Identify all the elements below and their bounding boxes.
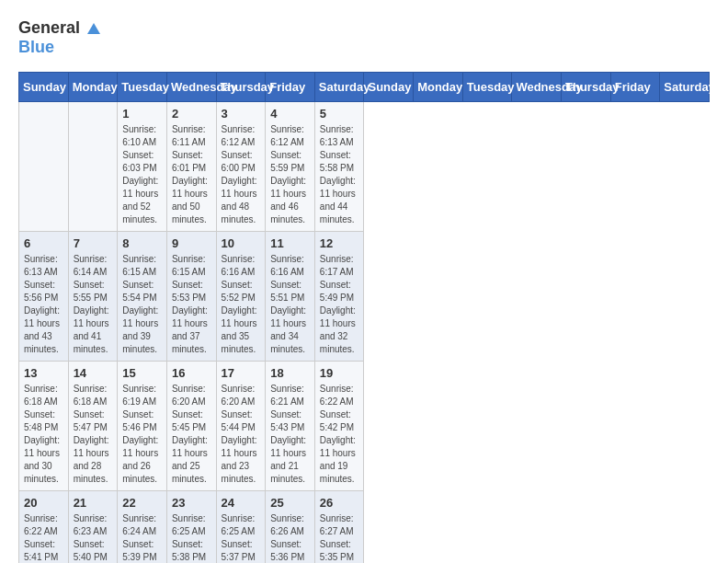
- calendar-cell: [19, 102, 69, 232]
- week-row-3: 13Sunrise: 6:18 AMSunset: 5:48 PMDayligh…: [19, 362, 710, 491]
- calendar-cell: 19Sunrise: 6:22 AMSunset: 5:42 PMDayligh…: [314, 362, 364, 491]
- day-number: 20: [24, 496, 63, 510]
- calendar-cell: 14Sunrise: 6:18 AMSunset: 5:47 PMDayligh…: [68, 362, 118, 491]
- day-number: 17: [222, 366, 261, 380]
- calendar-cell: 9Sunrise: 6:15 AMSunset: 5:53 PMDaylight…: [166, 232, 216, 362]
- cell-text: Sunrise: 6:21 AM: [270, 383, 310, 408]
- header-tuesday: Tuesday: [462, 73, 512, 102]
- cell-text: Sunrise: 6:25 AM: [222, 512, 261, 538]
- cell-text: Daylight: 11 hours and 41 minutes.: [74, 304, 113, 356]
- cell-text: Sunset: 5:35 PM: [320, 538, 359, 563]
- header-friday: Friday: [610, 73, 660, 102]
- calendar-cell: 6Sunrise: 6:13 AMSunset: 5:56 PMDaylight…: [19, 232, 69, 362]
- calendar-cell: 17Sunrise: 6:20 AMSunset: 5:44 PMDayligh…: [216, 362, 266, 491]
- cell-text: Daylight: 11 hours and 39 minutes.: [122, 304, 162, 356]
- calendar-cell: 26Sunrise: 6:27 AMSunset: 5:35 PMDayligh…: [314, 491, 364, 564]
- calendar-header-row: SundayMondayTuesdayWednesdayThursdayFrid…: [19, 73, 710, 102]
- day-number: 23: [172, 496, 211, 510]
- day-number: 18: [270, 366, 310, 380]
- day-number: 8: [122, 236, 162, 250]
- logo-general: General: [18, 18, 80, 37]
- cell-text: Sunset: 5:38 PM: [172, 538, 211, 563]
- cell-text: Daylight: 11 hours and 37 minutes.: [172, 304, 211, 356]
- cell-text: Sunrise: 6:12 AM: [270, 123, 310, 149]
- calendar-cell: 23Sunrise: 6:25 AMSunset: 5:38 PMDayligh…: [166, 491, 216, 564]
- cell-text: Sunrise: 6:13 AM: [24, 253, 63, 279]
- week-row-1: 1Sunrise: 6:10 AMSunset: 6:03 PMDaylight…: [19, 102, 710, 232]
- week-row-2: 6Sunrise: 6:13 AMSunset: 5:56 PMDaylight…: [19, 232, 710, 362]
- cell-text: Sunrise: 6:23 AM: [74, 512, 113, 538]
- header-monday: Monday: [68, 73, 118, 102]
- cell-text: Daylight: 11 hours and 48 minutes.: [222, 175, 261, 226]
- cell-text: Sunrise: 6:14 AM: [74, 253, 113, 279]
- cell-text: Sunrise: 6:24 AM: [122, 512, 162, 538]
- cell-text: Sunset: 5:54 PM: [122, 279, 162, 304]
- cell-text: Sunrise: 6:25 AM: [172, 512, 211, 538]
- day-number: 25: [270, 496, 310, 510]
- calendar-cell: 4Sunrise: 6:12 AMSunset: 5:59 PMDaylight…: [266, 102, 315, 232]
- cell-text: Daylight: 11 hours and 35 minutes.: [222, 304, 261, 356]
- calendar-cell: 11Sunrise: 6:16 AMSunset: 5:51 PMDayligh…: [266, 232, 315, 362]
- cell-text: Sunrise: 6:16 AM: [270, 253, 310, 279]
- cell-text: Sunset: 5:39 PM: [122, 538, 162, 563]
- header-thursday: Thursday: [562, 73, 611, 102]
- cell-text: Sunset: 5:56 PM: [24, 279, 63, 304]
- header-friday: Friday: [266, 73, 315, 102]
- calendar-cell: [68, 102, 118, 232]
- cell-text: Daylight: 11 hours and 23 minutes.: [222, 434, 261, 486]
- calendar-cell: 8Sunrise: 6:15 AMSunset: 5:54 PMDaylight…: [118, 232, 167, 362]
- day-number: 1: [122, 107, 162, 121]
- header-wednesday: Wednesday: [166, 73, 216, 102]
- calendar-cell: 5Sunrise: 6:13 AMSunset: 5:58 PMDaylight…: [314, 102, 364, 232]
- cell-text: Sunrise: 6:22 AM: [24, 512, 63, 538]
- cell-text: Daylight: 11 hours and 21 minutes.: [270, 434, 310, 486]
- cell-text: Sunrise: 6:13 AM: [320, 123, 359, 149]
- cell-text: Sunset: 5:52 PM: [222, 279, 261, 304]
- calendar-cell: 21Sunrise: 6:23 AMSunset: 5:40 PMDayligh…: [68, 491, 118, 564]
- cell-text: Sunrise: 6:27 AM: [320, 512, 359, 538]
- cell-text: Daylight: 11 hours and 34 minutes.: [270, 304, 310, 356]
- cell-text: Daylight: 11 hours and 43 minutes.: [24, 304, 63, 356]
- day-number: 13: [24, 366, 63, 380]
- day-number: 10: [222, 236, 261, 250]
- cell-text: Sunrise: 6:10 AM: [122, 123, 162, 149]
- cell-text: Sunrise: 6:17 AM: [320, 253, 359, 279]
- cell-text: Sunrise: 6:11 AM: [172, 123, 211, 149]
- calendar-cell: 15Sunrise: 6:19 AMSunset: 5:46 PMDayligh…: [118, 362, 167, 491]
- cell-text: Sunset: 5:59 PM: [270, 149, 310, 175]
- day-number: 12: [320, 236, 359, 250]
- calendar-cell: 22Sunrise: 6:24 AMSunset: 5:39 PMDayligh…: [118, 491, 167, 564]
- calendar-cell: 10Sunrise: 6:16 AMSunset: 5:52 PMDayligh…: [216, 232, 266, 362]
- cell-text: Daylight: 11 hours and 44 minutes.: [320, 175, 359, 226]
- cell-text: Sunrise: 6:22 AM: [320, 383, 359, 408]
- svg-marker-0: [87, 23, 100, 34]
- cell-text: Daylight: 11 hours and 52 minutes.: [122, 175, 162, 226]
- cell-text: Daylight: 11 hours and 30 minutes.: [24, 434, 63, 486]
- day-number: 11: [270, 236, 310, 250]
- cell-text: Sunrise: 6:20 AM: [172, 383, 211, 408]
- day-number: 16: [172, 366, 211, 380]
- calendar-cell: 25Sunrise: 6:26 AMSunset: 5:36 PMDayligh…: [266, 491, 315, 564]
- day-number: 2: [172, 107, 211, 121]
- calendar-cell: 18Sunrise: 6:21 AMSunset: 5:43 PMDayligh…: [266, 362, 315, 491]
- cell-text: Sunset: 5:48 PM: [24, 408, 63, 434]
- header-monday: Monday: [414, 73, 463, 102]
- cell-text: Sunset: 5:42 PM: [320, 408, 359, 434]
- calendar-cell: 24Sunrise: 6:25 AMSunset: 5:37 PMDayligh…: [216, 491, 266, 564]
- cell-text: Sunrise: 6:19 AM: [122, 383, 162, 408]
- day-number: 15: [122, 366, 162, 380]
- cell-text: Sunrise: 6:18 AM: [24, 383, 63, 408]
- cell-text: Sunrise: 6:12 AM: [222, 123, 261, 149]
- cell-text: Sunrise: 6:16 AM: [222, 253, 261, 279]
- cell-text: Daylight: 11 hours and 50 minutes.: [172, 175, 211, 226]
- calendar-cell: 2Sunrise: 6:11 AMSunset: 6:01 PMDaylight…: [166, 102, 216, 232]
- logo-text: General Blue: [18, 18, 103, 57]
- day-number: 5: [320, 107, 359, 121]
- cell-text: Sunset: 6:03 PM: [122, 149, 162, 175]
- header-wednesday: Wednesday: [512, 73, 562, 102]
- header-saturday: Saturday: [660, 73, 710, 102]
- day-number: 6: [24, 236, 63, 250]
- cell-text: Sunset: 5:58 PM: [320, 149, 359, 175]
- cell-text: Daylight: 11 hours and 25 minutes.: [172, 434, 211, 486]
- calendar-cell: 12Sunrise: 6:17 AMSunset: 5:49 PMDayligh…: [314, 232, 364, 362]
